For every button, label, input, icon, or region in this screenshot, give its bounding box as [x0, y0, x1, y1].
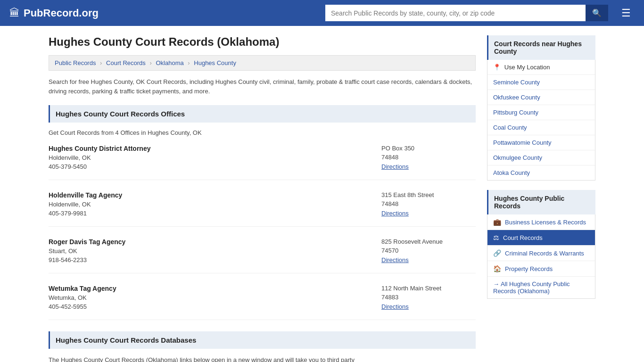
sidebar-public-records-heading: Hughes County Public Records — [487, 190, 595, 214]
office-2-name: Holdenville Tag Agency — [49, 191, 122, 199]
office-1-address: PO Box 350 — [381, 145, 476, 152]
office-2-city: Holdenville, OK — [49, 201, 122, 208]
sidebar-nearby-section: Court Records near Hughes County 📍 Use M… — [487, 35, 595, 181]
office-entry-2: Holdenville Tag Agency Holdenville, OK 4… — [49, 191, 476, 227]
sidebar-public-records-section: Hughes County Public Records 💼 Business … — [487, 190, 595, 299]
office-1-zip: 74848 — [381, 154, 476, 161]
criminal-records-label: Criminal Records & Warrants — [505, 250, 584, 257]
office-1-phone: 405-379-5450 — [49, 163, 151, 170]
sidebar-item-all-records[interactable]: → All Hughes County Public Records (Okla… — [487, 277, 595, 298]
logo-text: PubRecord.org — [24, 7, 99, 19]
office-3-phone: 918-546-2233 — [49, 256, 125, 263]
menu-button[interactable]: ☰ — [618, 5, 635, 21]
sidebar: Court Records near Hughes County 📍 Use M… — [487, 35, 595, 362]
sidebar-item-pottawatomie[interactable]: Pottawatomie County — [487, 135, 595, 150]
use-location-label: Use My Location — [504, 64, 550, 71]
office-2-phone: 405-379-9981 — [49, 210, 122, 217]
office-1-name: Hughes County District Attorney — [49, 145, 151, 152]
search-button[interactable]: 🔍 — [586, 5, 608, 21]
office-3-address: 825 Roosevelt Avenue — [381, 238, 476, 245]
site-header: 🏛 PubRecord.org 🔍 ☰ — [0, 0, 644, 26]
property-records-label: Property Records — [505, 265, 553, 272]
breadcrumb-sep-1: › — [100, 59, 102, 66]
office-3-zip: 74570 — [381, 247, 476, 254]
office-entry-3: Roger Davis Tag Agency Stuart, OK 918-54… — [49, 238, 476, 273]
search-area: 🔍 — [325, 5, 608, 21]
databases-section-heading: Hughes County Court Records Databases — [49, 331, 476, 349]
sidebar-item-property-records[interactable]: 🏠 Property Records — [487, 261, 595, 277]
office-1-city: Holdenville, OK — [49, 154, 151, 161]
business-licenses-label: Business Licenses & Records — [505, 219, 586, 226]
house-icon: 🏠 — [493, 265, 501, 272]
search-input[interactable] — [325, 5, 586, 21]
office-3-name: Roger Davis Tag Agency — [49, 238, 125, 246]
office-2-directions[interactable]: Directions — [381, 210, 409, 217]
link-icon: 🔗 — [493, 249, 501, 257]
content-area: Hughes County Court Records (Oklahoma) P… — [49, 35, 476, 362]
office-4-zip: 74883 — [381, 294, 476, 301]
intro-text: Search for free Hughes County, OK Court … — [49, 77, 476, 96]
office-4-address: 112 North Main Street — [381, 285, 476, 292]
breadcrumb-hughes-county[interactable]: Hughes County — [194, 59, 236, 66]
office-4-city: Wetumka, OK — [49, 294, 116, 301]
office-entry-1: Hughes County District Attorney Holdenvi… — [49, 145, 476, 180]
breadcrumb-sep-3: › — [188, 59, 190, 66]
sidebar-item-atoka[interactable]: Atoka County — [487, 165, 595, 180]
court-records-label: Court Records — [503, 234, 543, 241]
sidebar-public-records-list: 💼 Business Licenses & Records ⚖ Court Re… — [487, 214, 595, 299]
breadcrumb-oklahoma[interactable]: Oklahoma — [156, 59, 183, 66]
all-records-label: → All Hughes County Public Records (Okla… — [493, 280, 589, 295]
office-2-address: 315 East 8th Street — [381, 191, 476, 198]
sidebar-nearby-heading: Court Records near Hughes County — [487, 35, 595, 60]
databases-text: The Hughes County Court Records (Oklahom… — [49, 355, 476, 362]
sidebar-item-court-records[interactable]: ⚖ Court Records — [487, 230, 595, 246]
office-4-phone: 405-452-5955 — [49, 303, 116, 310]
breadcrumb-court-records[interactable]: Court Records — [106, 59, 146, 66]
breadcrumb: Public Records › Court Records › Oklahom… — [49, 55, 476, 71]
sidebar-item-okfuskee[interactable]: Okfuskee County — [487, 90, 595, 105]
logo-link[interactable]: 🏛 PubRecord.org — [9, 7, 99, 19]
location-icon: 📍 — [493, 64, 501, 71]
breadcrumb-public-records[interactable]: Public Records — [55, 59, 96, 66]
office-entry-4: Wetumka Tag Agency Wetumka, OK 405-452-5… — [49, 285, 476, 320]
sidebar-item-coal[interactable]: Coal County — [487, 120, 595, 135]
search-icon: 🔍 — [592, 9, 602, 17]
sidebar-item-okmulgee[interactable]: Okmulgee County — [487, 150, 595, 165]
sidebar-item-business-licenses[interactable]: 💼 Business Licenses & Records — [487, 214, 595, 230]
sidebar-item-criminal-records[interactable]: 🔗 Criminal Records & Warrants — [487, 246, 595, 261]
offices-count: Get Court Records from 4 Offices in Hugh… — [49, 129, 476, 136]
sidebar-item-seminole[interactable]: Seminole County — [487, 75, 595, 90]
office-1-directions[interactable]: Directions — [381, 163, 409, 170]
office-3-city: Stuart, OK — [49, 247, 125, 255]
office-2-zip: 74848 — [381, 200, 476, 207]
sidebar-item-pittsburg[interactable]: Pittsburg County — [487, 105, 595, 120]
hamburger-icon: ☰ — [621, 7, 631, 19]
page-title: Hughes County Court Records (Oklahoma) — [49, 35, 476, 49]
scales-icon: ⚖ — [493, 234, 499, 241]
sidebar-nearby-list: 📍 Use My Location Seminole County Okfusk… — [487, 60, 595, 181]
office-4-name: Wetumka Tag Agency — [49, 285, 116, 292]
office-4-directions[interactable]: Directions — [381, 303, 409, 310]
logo-icon: 🏛 — [9, 7, 20, 19]
main-container: Hughes County Court Records (Oklahoma) P… — [39, 26, 605, 362]
breadcrumb-sep-2: › — [149, 59, 151, 66]
briefcase-icon: 💼 — [493, 218, 501, 226]
offices-section-heading: Hughes County Court Records Offices — [49, 105, 476, 123]
sidebar-use-location[interactable]: 📍 Use My Location — [487, 60, 595, 75]
office-3-directions[interactable]: Directions — [381, 256, 409, 263]
